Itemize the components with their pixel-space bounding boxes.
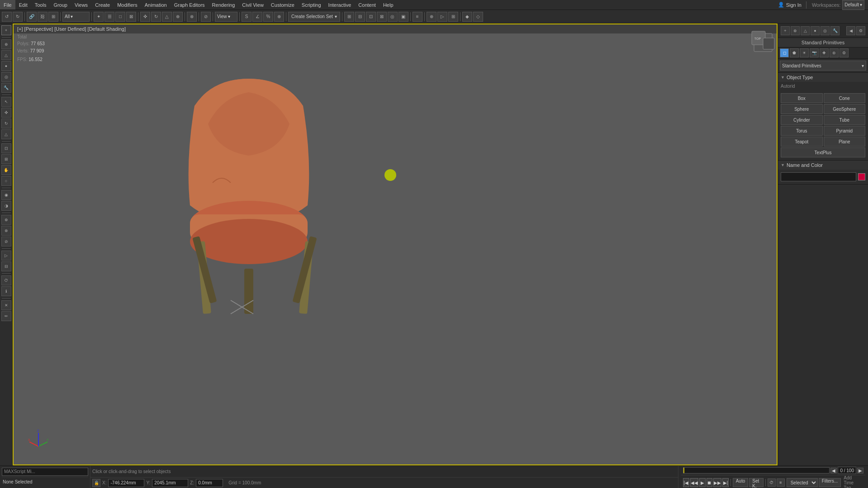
pyramid-button[interactable]: Pyramid [824,126,866,136]
display-tab[interactable]: ◎ [821,26,830,35]
signin-area[interactable]: 👤 Sign In [775,2,804,8]
select-object-button[interactable]: ✦ [94,12,104,22]
xview-btn[interactable]: ✕ [1,300,11,310]
menu-customize[interactable]: Customize [267,0,298,9]
view-cube[interactable]: TOP [749,29,772,52]
object-type-header[interactable]: ▼ Object Type [778,73,868,82]
play-btn[interactable]: ▶ [699,478,706,487]
align-camera-button[interactable]: ▣ [398,12,408,22]
menu-help[interactable]: Help [379,0,397,9]
viewport-label[interactable]: [+] [Perspective] [User Defined] [Defaul… [17,26,126,32]
angle-snap-button[interactable]: ∠ [252,12,262,22]
snap-edge-btn[interactable]: ⊘ [1,237,11,246]
utility-tab[interactable]: 🔧 [830,26,840,35]
go-to-end-btn[interactable]: ▶| [722,478,729,487]
tube-button[interactable]: Tube [824,115,866,125]
mirror-button[interactable]: ⊞ [344,12,354,22]
color-swatch[interactable] [858,173,865,180]
hide-selected-btn[interactable]: ◑ [1,201,11,211]
menu-views[interactable]: Views [71,0,91,9]
rotate-tool-btn[interactable]: ↻ [1,118,11,128]
zoom-region-btn[interactable]: ⊞ [1,154,11,164]
signin-label[interactable]: Sign In [786,2,802,8]
next-key-btn[interactable]: ▶▶ [713,478,721,487]
workspaces-dropdown[interactable]: Default ▾ [842,0,864,10]
filters-btn[interactable]: Filters... [819,478,841,487]
cameras-tab[interactable]: 📷 [810,48,819,57]
x-coord-field[interactable] [108,479,144,487]
shapes-tab[interactable]: ⬟ [790,48,799,57]
systems-tab[interactable]: ⚙ [840,48,849,57]
spacewarps-tab[interactable]: ⊛ [830,48,839,57]
isolate-btn[interactable]: ◉ [1,190,11,200]
select-scale-button[interactable]: △ [162,12,172,22]
cone-button[interactable]: Cone [824,93,866,103]
go-to-start-btn[interactable]: |◀ [683,478,689,487]
normal-align-button[interactable]: ⊠ [377,12,387,22]
scale-tool-btn[interactable]: △ [1,129,11,139]
hierarchy-tab[interactable]: △ [801,26,810,35]
link-button[interactable]: 🔗 [27,12,37,22]
select-tool-btn[interactable]: ↖ [1,97,11,107]
motion-panel-btn[interactable]: ● [1,61,11,71]
scene-info-btn[interactable]: ℹ [1,286,11,296]
hierarchy-panel-btn[interactable]: △ [1,50,11,60]
snap-toggle-button[interactable]: S [242,12,251,22]
object-name-input[interactable] [781,172,856,181]
modify-panel-btn[interactable]: ⊕ [1,39,11,49]
menu-create[interactable]: Create [91,0,114,9]
align-button[interactable]: ⊟ [355,12,365,22]
primitives-dropdown[interactable]: Standard Primitives ▾ [780,61,866,71]
select-rotate-button[interactable]: ↻ [151,12,161,22]
menu-graph-editors[interactable]: Graph Editors [171,0,209,9]
utility-panel-btn[interactable]: 🔧 [1,83,11,93]
geometry-tab[interactable]: ◻ [780,48,789,57]
create-panel-btn[interactable]: + [1,25,11,35]
select-by-name-button[interactable]: ☰ [104,12,114,22]
render-frame-button[interactable]: ▷ [437,12,447,22]
plane-button[interactable]: Plane [824,137,866,147]
menu-content[interactable]: Content [355,0,379,9]
render-last-button[interactable]: ⊞ [448,12,458,22]
menu-interactive[interactable]: Interactive [325,0,355,9]
undo-button[interactable]: ↺ [2,12,12,22]
move-tool-btn[interactable]: ✜ [1,108,11,118]
material-editor-button[interactable]: ◆ [462,12,472,22]
window-crossing-button[interactable]: ⊠ [126,12,136,22]
auto-key-btn[interactable]: Auto [733,478,749,487]
reference-coord-button[interactable]: ⊗ [187,12,197,22]
menu-animation[interactable]: Animation [141,0,171,9]
box-button[interactable]: Box [781,93,823,103]
open-material-button[interactable]: ◇ [473,12,483,22]
filter-dropdown[interactable]: All ▾ [62,12,90,22]
menu-rendering[interactable]: Rendering [209,0,239,9]
layer-manager-button[interactable]: ≡ [413,12,422,22]
geosphere-button[interactable]: GeoSphere [824,104,866,114]
create-selection-button[interactable]: Create Selection Set ▾ [288,12,340,22]
add-time-tag-btn[interactable]: Add Time Tag [842,475,863,488]
zoom-extents-btn[interactable]: ⊡ [1,143,11,153]
menu-scripting[interactable]: Scripting [298,0,325,9]
viewport[interactable]: [+] [Perspective] [User Defined] [Defaul… [13,24,778,465]
pivot-button[interactable]: ⊘ [201,12,211,22]
menu-modifiers[interactable]: Modifiers [114,0,141,9]
menu-tools[interactable]: Tools [31,0,50,9]
prev-key-btn[interactable]: ◀◀ [690,478,698,487]
lock-button[interactable]: 🔓 [92,479,100,487]
modify-tab[interactable]: ⊕ [791,26,800,35]
place-highlight-button[interactable]: ◎ [388,12,398,22]
create-tab[interactable]: + [781,26,790,35]
snap-point-btn[interactable]: ⊕ [1,215,11,225]
filter-track-icon[interactable]: ≡ [777,479,785,487]
view-dropdown[interactable]: View ▾ [215,12,237,22]
pan-btn[interactable]: ✋ [1,165,11,175]
sphere-button[interactable]: Sphere [781,104,823,114]
orbit-btn[interactable]: ○ [1,176,11,186]
select-manipulate-button[interactable]: ⊕ [173,12,183,22]
name-and-color-header[interactable]: ▼ Name and Color [778,161,868,170]
set-key-btn[interactable]: Set K. [749,478,764,487]
textplus-button[interactable]: TextPlus [781,147,865,157]
panel-expand-btn[interactable]: ◀ [846,26,855,35]
spinner-snap-button[interactable]: ⊕ [274,12,284,22]
lights-tab[interactable]: ☀ [800,48,809,57]
